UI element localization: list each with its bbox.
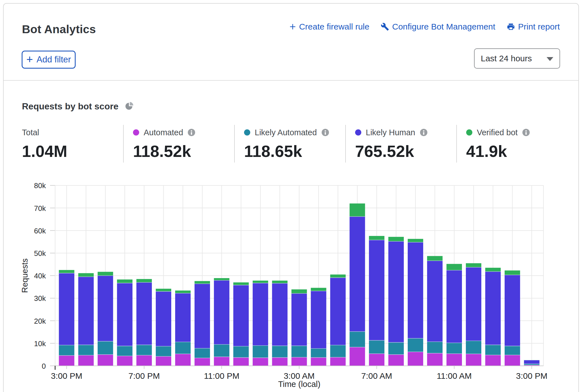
page-title: Bot Analytics xyxy=(22,23,96,36)
stat-label: Likely Automated xyxy=(255,128,317,137)
x-tick-label: 3:00 PM xyxy=(51,371,82,380)
bar-segment xyxy=(408,352,423,366)
bar-segment xyxy=(59,355,74,366)
bar-segment xyxy=(292,294,307,346)
bar-segment xyxy=(233,357,249,366)
bar-segment xyxy=(349,347,365,366)
action-label: Print report xyxy=(518,22,560,31)
stat-label: Automated xyxy=(144,128,183,137)
bar-segment xyxy=(369,340,384,353)
bar-segment xyxy=(214,344,229,357)
bar-segment xyxy=(98,272,113,276)
y-axis-title: Requests xyxy=(20,258,29,293)
stat-total: Total 1.04M xyxy=(22,128,67,161)
bar-segment xyxy=(272,357,288,366)
x-tick-label: 7:00 AM xyxy=(361,371,392,380)
x-tick-label: 11:00 AM xyxy=(437,371,472,380)
bar-segment xyxy=(233,285,249,346)
x-tick-label: 3:00 AM xyxy=(284,371,315,380)
bar-segment xyxy=(78,277,94,345)
bar-segment xyxy=(136,282,152,345)
bar-segment xyxy=(292,346,307,357)
bar-segment xyxy=(156,289,171,292)
verified-bot-dot xyxy=(466,129,472,136)
likely-automated-dot xyxy=(244,129,250,136)
bar-segment xyxy=(117,280,132,283)
bar-segment xyxy=(78,273,94,277)
bar-segment xyxy=(117,283,132,346)
printer-icon xyxy=(507,22,515,31)
bar-segment xyxy=(311,291,326,349)
time-range-value: Last 24 hours xyxy=(481,54,532,63)
stat-label: Verified bot xyxy=(477,128,518,137)
info-icon[interactable] xyxy=(321,129,329,136)
pie-chart-icon xyxy=(125,102,134,111)
bar-segment xyxy=(505,271,520,275)
bar-segment xyxy=(466,354,481,366)
bar-segment xyxy=(156,291,171,346)
bar-segment xyxy=(136,345,152,355)
create-firewall-rule-link[interactable]: Create firewall rule xyxy=(289,22,369,31)
bar-segment xyxy=(524,360,540,364)
info-icon[interactable] xyxy=(188,129,195,136)
info-icon[interactable] xyxy=(522,129,530,136)
bar-segment xyxy=(388,241,404,342)
bar-segment xyxy=(485,345,501,355)
bar-segment xyxy=(485,355,501,366)
bar-segment xyxy=(98,341,113,355)
add-filter-button[interactable]: + Add filter xyxy=(22,51,76,69)
bar-segment xyxy=(388,237,404,241)
bar-segment xyxy=(214,278,229,280)
bar-segment xyxy=(446,354,462,366)
bar-segment xyxy=(349,332,365,347)
bar-segment xyxy=(427,353,443,366)
stat-verified-bot: Verified bot 41.9k xyxy=(466,128,530,161)
bar-segment xyxy=(195,281,210,284)
bar-segment xyxy=(253,346,268,358)
bar-segment xyxy=(349,217,365,332)
bar-segment xyxy=(505,355,520,366)
y-tick-label: 50k xyxy=(34,249,46,258)
bar-segment xyxy=(233,282,249,285)
y-tick-label: 0 xyxy=(42,362,46,370)
bar-segment xyxy=(485,268,501,272)
print-report-link[interactable]: Print report xyxy=(507,22,560,31)
bar-segment xyxy=(369,240,384,340)
bar-segment xyxy=(427,342,443,353)
bar-segment xyxy=(117,356,132,366)
y-tick-label: 10k xyxy=(34,339,46,348)
bar-segment xyxy=(59,345,74,355)
configure-bot-management-link[interactable]: Configure Bot Management xyxy=(381,22,495,31)
bar-segment xyxy=(195,284,210,348)
bar-segment xyxy=(330,278,346,345)
automated-dot xyxy=(133,129,139,136)
bar-segment xyxy=(311,348,326,357)
stat-value: 118.65k xyxy=(244,142,329,161)
y-tick-label: 70k xyxy=(34,204,46,213)
bar-segment xyxy=(408,239,423,242)
bar-segment xyxy=(505,346,520,355)
bar-segment xyxy=(156,346,171,356)
bar-segment xyxy=(408,338,423,352)
bar-segment xyxy=(466,263,481,267)
bar-segment xyxy=(175,290,191,293)
bar-segment xyxy=(292,357,307,366)
bar-segment xyxy=(98,355,113,366)
time-range-dropdown[interactable]: Last 24 hours xyxy=(474,48,560,69)
stat-value: 41.9k xyxy=(466,142,530,161)
stat-divider xyxy=(123,125,124,163)
section-heading: Requests by bot score xyxy=(22,101,134,112)
bar-segment xyxy=(59,273,74,345)
stat-value: 118.52k xyxy=(133,142,195,161)
bar-segment xyxy=(505,275,520,346)
info-icon[interactable] xyxy=(420,129,428,136)
section-title: Requests by bot score xyxy=(22,101,118,112)
bar-segment xyxy=(330,345,346,357)
bar-segment xyxy=(195,348,210,358)
bar-segment xyxy=(349,204,365,217)
bar-segment xyxy=(446,343,462,353)
bar-segment xyxy=(214,357,229,366)
bar-segment xyxy=(292,289,307,293)
bar-segment xyxy=(272,281,288,283)
bar-segment xyxy=(427,256,443,261)
